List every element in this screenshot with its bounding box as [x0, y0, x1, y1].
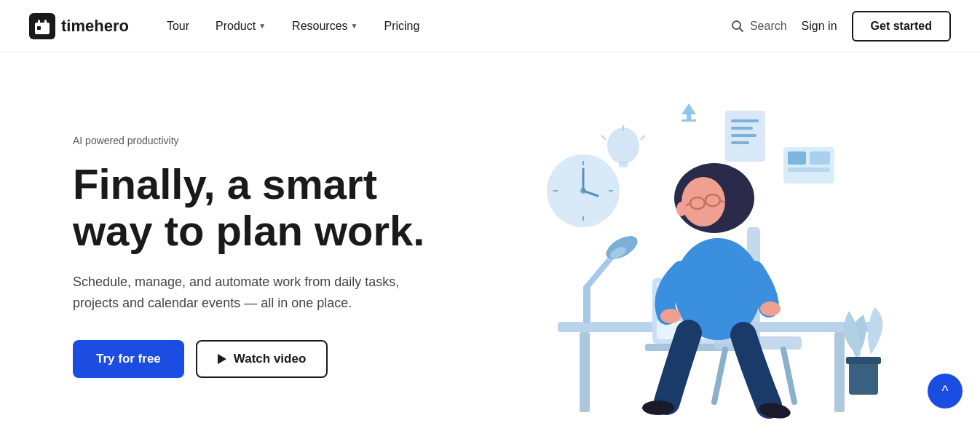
logo-text: timehero — [61, 17, 129, 36]
svg-point-61 — [760, 301, 781, 316]
hero-content: AI powered productivity Finally, a smart… — [73, 135, 424, 377]
hero-section: AI powered productivity Finally, a smart… — [0, 52, 980, 426]
navbar: timehero Tour Product ▼ Resources ▼ Pric… — [0, 0, 980, 52]
hero-tag: AI powered productivity — [73, 135, 424, 146]
svg-rect-14 — [681, 119, 696, 122]
nav-pricing[interactable]: Pricing — [372, 14, 431, 39]
svg-line-50 — [783, 350, 794, 402]
hero-image — [499, 82, 951, 426]
svg-line-11 — [641, 135, 645, 140]
chevron-up-icon: ^ — [941, 383, 948, 400]
svg-line-10 — [601, 135, 606, 140]
svg-rect-2 — [38, 20, 40, 24]
svg-rect-23 — [788, 167, 830, 172]
logo-icon — [29, 13, 55, 39]
nav-right: Search Sign in Get started — [731, 11, 951, 42]
resources-chevron-icon: ▼ — [351, 22, 358, 30]
svg-rect-34 — [580, 332, 590, 412]
svg-line-37 — [587, 256, 612, 287]
svg-rect-22 — [810, 151, 830, 165]
svg-rect-4 — [37, 26, 41, 30]
svg-rect-18 — [731, 134, 756, 137]
svg-marker-12 — [681, 103, 696, 114]
nav-links: Tour Product ▼ Resources ▼ Pricing — [155, 14, 731, 39]
nav-product[interactable]: Product ▼ — [204, 14, 277, 39]
try-for-free-button[interactable]: Try for free — [73, 340, 184, 378]
svg-rect-3 — [44, 20, 47, 24]
svg-point-60 — [660, 309, 681, 323]
svg-point-52 — [681, 177, 725, 226]
search-icon — [731, 20, 744, 33]
nav-resources[interactable]: Resources ▼ — [280, 14, 369, 39]
svg-rect-13 — [687, 114, 691, 119]
svg-line-6 — [739, 28, 743, 31]
hero-subtitle: Schedule, manage, and automate work from… — [73, 272, 422, 314]
search-button[interactable]: Search — [731, 20, 787, 33]
svg-point-7 — [607, 127, 639, 164]
sign-in-link[interactable]: Sign in — [802, 20, 837, 33]
scroll-to-top-button[interactable]: ^ — [928, 374, 963, 409]
svg-rect-8 — [619, 162, 628, 167]
svg-rect-35 — [834, 332, 845, 412]
hero-title: Finally, a smart way to plan work. — [73, 161, 424, 254]
watch-video-button[interactable]: Watch video — [196, 340, 328, 378]
play-icon — [218, 354, 226, 364]
svg-line-55 — [705, 200, 706, 203]
search-label: Search — [750, 20, 787, 33]
svg-point-58 — [676, 202, 687, 216]
product-chevron-icon: ▼ — [258, 22, 266, 30]
nav-tour[interactable]: Tour — [155, 14, 201, 39]
logo[interactable]: timehero — [29, 13, 129, 39]
svg-rect-21 — [788, 151, 806, 165]
svg-line-49 — [714, 350, 725, 402]
get-started-button[interactable]: Get started — [852, 11, 951, 42]
svg-point-62 — [642, 401, 674, 415]
svg-rect-36 — [583, 285, 590, 323]
svg-rect-65 — [846, 357, 881, 364]
hero-illustration — [424, 82, 951, 426]
svg-rect-17 — [731, 127, 753, 130]
svg-rect-16 — [731, 119, 759, 122]
svg-rect-19 — [731, 141, 749, 144]
hero-buttons: Try for free Watch video — [73, 340, 424, 378]
